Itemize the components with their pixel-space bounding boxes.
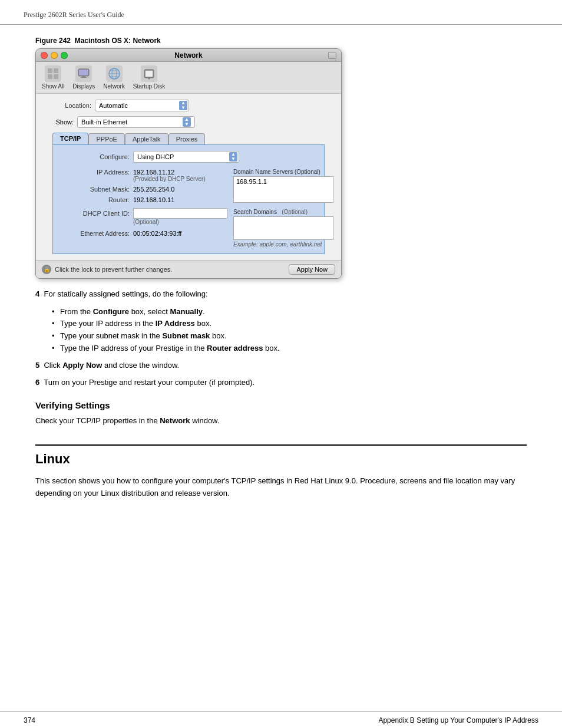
configure-label: Configure: [59, 153, 130, 160]
tab-bar: TCP/IP PPPoE AppleTalk Proxies [44, 133, 333, 144]
svg-point-15 [148, 78, 150, 80]
traffic-light-yellow[interactable] [51, 52, 58, 59]
lock-area: 🔒 Click the lock to prevent further chan… [42, 265, 172, 274]
router-label: Router: [59, 196, 130, 203]
ethernet-value: 00:05:02:43:93:ff [133, 230, 181, 237]
step-4-number: 4 [35, 289, 39, 298]
resize-button[interactable] [328, 52, 336, 59]
mac-content: Location: Automatic ▲ ▼ Show: Built-in E… [36, 94, 341, 260]
subnet-mask-row: Subnet Mask: 255.255.254.0 [59, 186, 227, 193]
configure-row: Configure: Using DHCP ▲ ▼ [59, 151, 318, 163]
step-5-bold: Apply Now [62, 361, 102, 370]
dialog-title: Network [174, 51, 202, 60]
startup-icon [141, 65, 157, 82]
configure-value: Using DHCP [137, 153, 174, 160]
figure-caption: Figure 242 Macintosh OS X: Network [35, 37, 527, 45]
step-5: 5 Click Apply Now and close the window. [35, 360, 527, 371]
configure-select[interactable]: Using DHCP ▲ ▼ [133, 151, 239, 163]
bullet-4: Type the IP address of your Prestige in … [53, 342, 527, 355]
location-label: Location: [44, 102, 91, 109]
step-6: 6 Turn on your Prestige and restart your… [35, 377, 527, 388]
displays-icon [75, 65, 92, 82]
dhcp-client-input[interactable] [133, 208, 227, 219]
show-value: Built-in Ethernet [81, 118, 127, 126]
bullet-4-bold: Router address [207, 344, 263, 353]
tab-tcpip[interactable]: TCP/IP [52, 133, 88, 144]
traffic-light-red[interactable] [41, 52, 48, 59]
svg-rect-1 [54, 68, 58, 73]
dhcp-client-group: (Optional) [133, 208, 227, 225]
mac-titlebar: Network [36, 49, 341, 62]
svg-rect-6 [82, 76, 85, 77]
router-row: Router: 192.168.10.11 [59, 196, 227, 203]
lock-text: Click the lock to prevent further change… [55, 266, 172, 273]
left-column: IP Address: 192.168.11.12 (Provided by D… [59, 169, 227, 248]
dhcp-client-row: DHCP Client ID: (Optional) [59, 208, 227, 225]
verifying-heading: Verifying Settings [35, 400, 527, 410]
bullet-2: Type your IP address in the IP Address b… [53, 318, 527, 330]
traffic-lights [41, 52, 68, 59]
show-all-icon [45, 65, 61, 82]
step-4-text: For statically assigned settings, do the… [44, 289, 207, 298]
toolbar-startup[interactable]: Startup Disk [133, 65, 165, 90]
step-6-text: Turn on your Prestige and restart your c… [44, 378, 254, 387]
verifying-body: Check your TCP/IP properties in the Netw… [35, 415, 527, 427]
bullet-1-bold2: Manually [170, 307, 203, 316]
toolbar-show-all[interactable]: Show All [42, 65, 64, 90]
svg-rect-3 [54, 74, 58, 79]
tab-pppoe[interactable]: PPPoE [88, 133, 124, 144]
apply-now-button[interactable]: Apply Now [289, 264, 335, 275]
footer-page-number: 374 [24, 716, 35, 724]
lock-icon[interactable]: 🔒 [42, 265, 51, 274]
toolbar-network[interactable]: Network [103, 65, 125, 90]
location-arrow: ▲ ▼ [179, 101, 187, 110]
page-header: Prestige 2602R Series User's Guide [0, 0, 562, 25]
linux-body: This section shows you how to configure … [35, 475, 527, 500]
toolbar-displays[interactable]: Displays [72, 65, 95, 90]
dns-label: Domain Name Servers (Optional) [233, 169, 333, 175]
step-5-number: 5 [35, 361, 39, 370]
ip-address-sub: (Provided by DHCP Server) [133, 176, 206, 182]
two-col-layout: IP Address: 192.168.11.12 (Provided by D… [59, 169, 318, 248]
subnet-mask-label: Subnet Mask: [59, 186, 130, 193]
ip-address-label: IP Address: [59, 169, 130, 176]
dns-section: Domain Name Servers (Optional) 168.95.1.… [233, 169, 333, 203]
svg-rect-2 [48, 74, 52, 79]
traffic-light-green[interactable] [61, 52, 68, 59]
subnet-mask-value: 255.255.254.0 [133, 186, 174, 193]
dns-input[interactable]: 168.95.1.1 [233, 176, 333, 203]
linux-heading: Linux [35, 444, 527, 467]
dhcp-optional-label: (Optional) [133, 219, 227, 225]
tab-proxies[interactable]: Proxies [168, 133, 206, 144]
ethernet-label: Ethernet Address: [59, 230, 130, 237]
verifying-bold: Network [160, 416, 190, 425]
configure-arrow: ▲ ▼ [229, 152, 237, 162]
ip-address-row: IP Address: 192.168.11.12 (Provided by D… [59, 169, 227, 182]
step-4: 4 For statically assigned settings, do t… [35, 288, 527, 300]
svg-rect-7 [81, 77, 87, 78]
svg-rect-0 [48, 68, 52, 73]
show-all-label: Show All [42, 83, 64, 90]
step-6-number: 6 [35, 378, 39, 387]
example-text: Example: apple.com, earthlink.net [233, 241, 333, 248]
header-text: Prestige 2602R Series User's Guide [24, 11, 124, 19]
bullet-1-bold1: Configure [93, 307, 129, 316]
show-select[interactable]: Built-in Ethernet ▲ ▼ [77, 116, 195, 128]
search-domains-input[interactable] [233, 216, 333, 240]
show-label: Show: [44, 118, 74, 126]
location-select[interactable]: Automatic ▲ ▼ [95, 100, 189, 111]
tab-appletalk[interactable]: AppleTalk [125, 133, 168, 144]
ip-address-value: 192.168.11.12 [133, 169, 206, 176]
bullet-3-bold: Subnet mask [162, 331, 210, 340]
bullet-3: Type your subnet mask in the Subnet mask… [53, 330, 527, 342]
bullet-2-bold: IP Address [156, 319, 195, 328]
mac-bottom-bar: 🔒 Click the lock to prevent further chan… [36, 260, 341, 278]
ip-address-group: 192.168.11.12 (Provided by DHCP Server) [133, 169, 206, 182]
page-footer: 374 Appendix B Setting up Your Computer'… [0, 711, 562, 728]
search-domains-label: Search Domains (Optional) [233, 209, 333, 215]
figure-title: Macintosh OS X: Network [75, 37, 161, 45]
bullet-1: From the Configure box, select Manually. [53, 306, 527, 318]
right-column: Domain Name Servers (Optional) 168.95.1.… [233, 169, 333, 248]
displays-label: Displays [72, 83, 95, 90]
router-value: 192.168.10.11 [133, 196, 174, 203]
